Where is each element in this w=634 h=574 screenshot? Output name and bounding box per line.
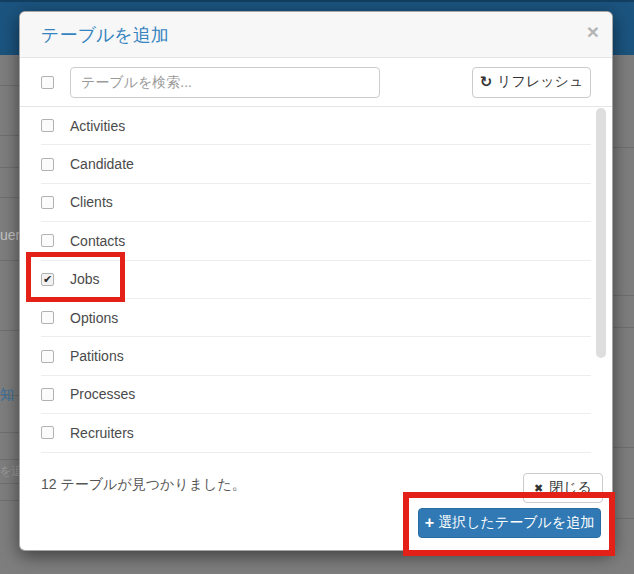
background-divider [613, 447, 634, 448]
row-label: Processes [70, 386, 135, 402]
refresh-button-label: リフレッシュ [497, 73, 583, 91]
row-checkbox[interactable] [41, 426, 54, 439]
row-checkbox[interactable] [41, 350, 54, 363]
background-divider [613, 295, 634, 296]
list-scrollbar-thumb[interactable] [596, 108, 606, 358]
row-checkbox[interactable] [41, 119, 54, 132]
row-checkbox[interactable] [41, 196, 54, 209]
table-row[interactable]: Options [41, 299, 591, 337]
background-divider [0, 500, 19, 501]
table-row[interactable]: Candidate [41, 145, 591, 183]
background-divider [0, 135, 19, 136]
background-divider [0, 197, 19, 198]
background-divider [0, 260, 19, 261]
row-checkbox[interactable] [41, 158, 54, 171]
background-text-fragment: を追 [0, 463, 19, 480]
modal-toolbar: ↻ リフレッシュ [20, 58, 612, 107]
table-row[interactable]: Patitions [41, 337, 591, 375]
background-divider [0, 483, 19, 484]
row-label: Options [70, 310, 118, 326]
refresh-button[interactable]: ↻ リフレッシュ [472, 67, 591, 98]
select-all-checkbox[interactable] [41, 76, 54, 89]
row-label: Clients [70, 194, 113, 210]
row-label: Candidate [70, 156, 134, 172]
background-text-fragment: 知 [0, 386, 19, 404]
background-divider [0, 459, 19, 460]
table-row[interactable]: Clients [41, 184, 591, 222]
row-checkbox[interactable] [41, 388, 54, 401]
modal-title: テーブルを追加 [41, 23, 169, 47]
background-divider [0, 432, 19, 433]
background-divider [613, 147, 634, 148]
annotation-jobs-highlight [26, 252, 125, 302]
background-divider [0, 85, 19, 86]
row-label: Contacts [70, 233, 125, 249]
screen: uery 知 を追 テーブルを追加 × ↻ リフレッシュ Activities … [0, 0, 634, 574]
refresh-icon: ↻ [480, 73, 493, 91]
row-label: Activities [70, 118, 125, 134]
background-text-fragment: uery [0, 227, 19, 243]
row-label: Recruiters [70, 425, 134, 441]
modal-header: テーブルを追加 [20, 12, 612, 58]
table-row[interactable]: Processes [41, 376, 591, 414]
row-label: Patitions [70, 348, 124, 364]
result-count-status: 12 テーブルが見つかりました。 [41, 476, 246, 494]
annotation-add-button-highlight [403, 492, 615, 556]
background-divider [613, 518, 634, 519]
background-divider [0, 167, 19, 168]
table-row[interactable]: Recruiters [41, 414, 591, 452]
close-icon[interactable]: × [587, 21, 599, 42]
row-checkbox[interactable] [41, 234, 54, 247]
background-divider [0, 330, 19, 331]
row-checkbox[interactable] [41, 311, 54, 324]
table-row[interactable]: Activities [41, 107, 591, 145]
background-divider [613, 327, 634, 328]
search-input[interactable] [70, 67, 380, 98]
